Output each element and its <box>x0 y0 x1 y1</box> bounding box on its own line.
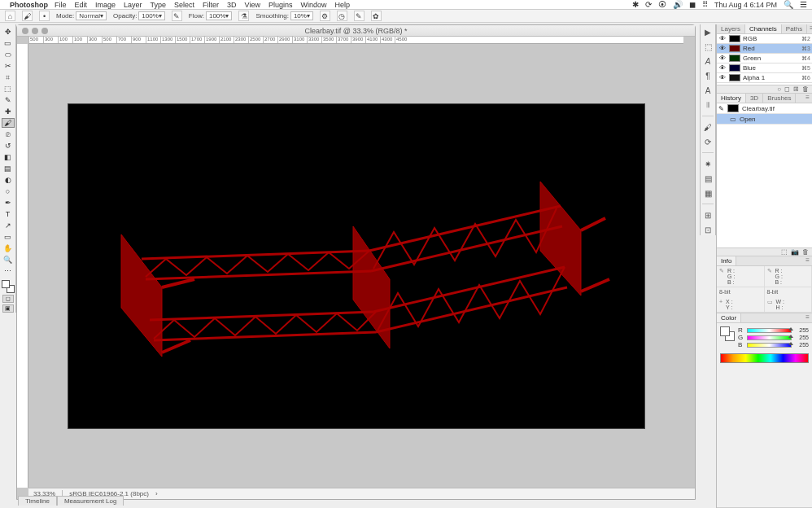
panel-menu-icon[interactable]: ≡ <box>803 256 812 265</box>
pressure-size-icon[interactable]: ✎ <box>354 11 365 21</box>
zoom-icon[interactable] <box>41 28 48 34</box>
sync-icon[interactable]: ⟳ <box>645 0 652 9</box>
tool-pen[interactable]: ✒ <box>2 198 15 208</box>
new-channel-icon[interactable]: ⊞ <box>793 85 799 93</box>
tool-stamp[interactable]: ⎚ <box>2 129 15 139</box>
tool-zoom[interactable]: 🔍 <box>2 255 15 265</box>
swatches-icon[interactable]: ▦ <box>702 187 714 199</box>
tab-history[interactable]: History <box>717 94 746 103</box>
tool-move[interactable]: ✥ <box>2 27 15 37</box>
ruler-vertical[interactable] <box>17 44 28 488</box>
window-controls[interactable] <box>22 28 48 34</box>
tool-type[interactable]: T <box>2 209 15 219</box>
menu-view[interactable]: View <box>245 1 260 9</box>
channel-row-rgb[interactable]: 👁RGB⌘2 <box>717 34 812 44</box>
tool-frame[interactable]: ⬚ <box>2 84 15 94</box>
ruler-horizontal[interactable]: 5003001001003005007009001100130015001700… <box>28 37 683 44</box>
visibility-icon[interactable]: 👁 <box>718 45 727 52</box>
clone-source-icon[interactable]: ⟳ <box>702 136 714 147</box>
menu-help[interactable]: Help <box>335 1 351 9</box>
app-name[interactable]: Photoshop <box>10 1 48 9</box>
brushsettings-icon[interactable]: 🖌 <box>702 121 714 133</box>
menu-type[interactable]: Type <box>151 1 167 9</box>
tool-lasso[interactable]: ⬭ <box>2 50 15 59</box>
minimize-icon[interactable] <box>32 28 38 34</box>
wifi-icon[interactable]: ⦿ <box>658 0 666 9</box>
tool-crop[interactable]: ⌗ <box>2 72 15 82</box>
channel-row-red[interactable]: 👁Red⌘3 <box>717 44 812 54</box>
close-icon[interactable] <box>22 28 28 34</box>
panel-menu-icon[interactable]: ≡ <box>803 94 812 103</box>
visibility-icon[interactable]: 👁 <box>718 74 727 81</box>
color-slider-r[interactable] <box>747 328 792 333</box>
tool-eraser[interactable]: ◧ <box>2 152 15 162</box>
color-slider-g[interactable] <box>747 335 792 340</box>
color-swatch-pair[interactable] <box>720 326 735 341</box>
tool-heal[interactable]: ✚ <box>2 107 15 116</box>
symmetry-icon[interactable]: ✿ <box>371 11 382 21</box>
menu-layer[interactable]: Layer <box>124 1 142 9</box>
tab-paths[interactable]: Paths <box>782 24 807 33</box>
tab-color[interactable]: Color <box>717 313 741 322</box>
flow-field[interactable]: 100% ▾ <box>206 11 232 20</box>
volume-icon[interactable]: 🔊 <box>673 0 683 9</box>
history-state[interactable]: ▭ Open <box>717 114 812 125</box>
tool-quickselect[interactable]: ✂ <box>2 61 15 71</box>
opacity-field[interactable]: 100% ▾ <box>138 11 164 20</box>
tab-timeline[interactable]: Timeline <box>18 496 57 506</box>
canvas[interactable] <box>68 104 644 428</box>
save-selection-icon[interactable]: ◻ <box>784 85 790 93</box>
new-document-from-state-icon[interactable]: ⬚ <box>781 248 788 256</box>
menu-3d[interactable]: 3D <box>227 1 237 9</box>
tool-eyedropper[interactable]: ✎ <box>2 95 15 105</box>
panel-menu-icon[interactable]: ≡ <box>803 313 812 322</box>
brush-preset-icon[interactable]: 🖌 <box>22 11 33 21</box>
control-center-icon[interactable]: ⠿ <box>702 0 708 9</box>
menu-filter[interactable]: Filter <box>203 1 219 9</box>
spotlight-icon[interactable]: 🔍 <box>784 0 793 9</box>
tab-3d[interactable]: 3D <box>746 94 763 103</box>
canvas-area[interactable] <box>28 44 683 488</box>
channel-row-alpha-1[interactable]: 👁Alpha 1⌘6 <box>717 73 812 83</box>
delete-channel-icon[interactable]: 🗑 <box>802 85 809 93</box>
histogram-icon[interactable]: ⫴ <box>702 99 714 111</box>
menu-edit[interactable]: Edit <box>75 1 88 9</box>
quickmask-icon[interactable]: ◻ <box>2 295 14 303</box>
document-titlebar[interactable]: Clearbay.tif @ 33.3% (RGB/8) * <box>17 25 695 37</box>
tab-brushes[interactable]: Brushes <box>763 94 796 103</box>
glyphs-icon[interactable]: A <box>702 55 714 67</box>
styles-icon[interactable]: ▤ <box>702 173 714 184</box>
slider-value[interactable]: 255 <box>794 335 809 340</box>
paragraph-icon[interactable]: ¶ <box>702 70 714 81</box>
tool-shape[interactable]: ▭ <box>2 232 15 242</box>
menu-select[interactable]: Select <box>174 1 194 9</box>
slider-value[interactable]: 255 <box>794 342 809 348</box>
load-selection-icon[interactable]: ○ <box>777 85 781 93</box>
smoothing-field[interactable]: 10% ▾ <box>290 11 313 20</box>
tool-edit-toolbar[interactable]: ⋯ <box>2 266 15 276</box>
menu-plugins[interactable]: Plugins <box>268 1 293 9</box>
notifications-icon[interactable]: ☰ <box>800 0 807 9</box>
tool-historybrush[interactable]: ↺ <box>2 141 15 151</box>
history-snapshot[interactable]: ✎ Clearbay.tif <box>717 103 812 114</box>
channel-row-green[interactable]: 👁Green⌘4 <box>717 54 812 64</box>
properties-icon[interactable]: ⊡ <box>702 224 714 235</box>
screenmode-icon[interactable]: ▣ <box>2 304 14 313</box>
navigator-icon[interactable]: ⊞ <box>702 209 714 221</box>
tool-blur[interactable]: ◐ <box>2 175 15 185</box>
tab-channels[interactable]: Channels <box>745 24 782 33</box>
color-spectrum[interactable] <box>720 353 809 363</box>
smoothing-options-icon[interactable]: ⚙ <box>320 11 330 21</box>
mode-select[interactable]: Normal ▾ <box>76 11 107 20</box>
tab-measurement-log[interactable]: Measurement Log <box>57 496 124 506</box>
visibility-icon[interactable]: 👁 <box>718 35 727 42</box>
tool-gradient[interactable]: ▤ <box>2 164 15 173</box>
libraries-icon[interactable]: ⬚ <box>702 41 714 52</box>
color-swatch[interactable] <box>2 280 15 293</box>
tab-layers[interactable]: Layers <box>717 24 745 33</box>
slider-value[interactable]: 255 <box>794 327 809 333</box>
tool-hand[interactable]: ✋ <box>2 243 15 253</box>
bluetooth-icon[interactable]: ✱ <box>632 0 639 9</box>
tool-path[interactable]: ↗ <box>2 221 15 230</box>
character-icon[interactable]: A <box>702 85 714 96</box>
